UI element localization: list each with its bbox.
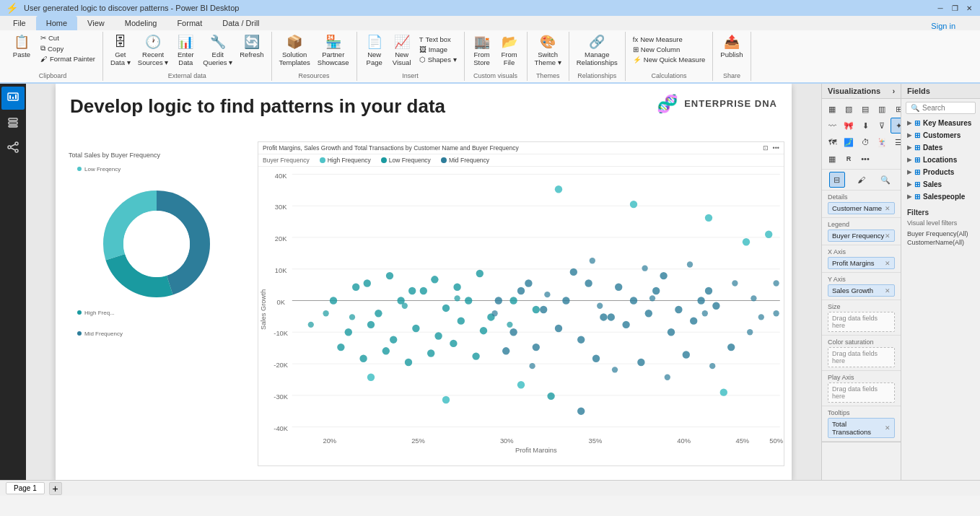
bottom-bar: Page 1 + (0, 480, 980, 496)
viz-clustered-bar[interactable]: ▧ (841, 101, 857, 117)
recent-sources-button[interactable]: 🕐RecentSources ▾ (135, 33, 172, 68)
size-drag-area[interactable]: Drag data fields here (828, 312, 895, 332)
format-painter-button[interactable]: 🖌Format Painter (38, 54, 98, 64)
nav-model-button[interactable] (1, 136, 25, 159)
fields-panel: Fields 🔍 ▶ ⊞ Key Measures ▶ ⊞ Customers (901, 84, 980, 480)
tab-data-drill[interactable]: Data / Drill (212, 16, 269, 30)
total-transactions-remove[interactable]: ✕ (885, 424, 891, 432)
scatter-expand-button[interactable]: ⊡ (763, 144, 769, 152)
viz-clustered-col[interactable]: ▥ (874, 101, 890, 117)
viz-scatter[interactable]: ✦ (891, 118, 901, 134)
close-button[interactable]: ✕ (964, 3, 974, 13)
publish-button[interactable]: 📤Publish (717, 33, 745, 60)
restore-button[interactable]: ❐ (950, 3, 960, 13)
chevron-icon: ▶ (907, 132, 911, 139)
tab-home[interactable]: Home (36, 16, 77, 30)
svg-text:-30K: -30K (274, 393, 289, 401)
nav-report-button[interactable] (1, 87, 25, 110)
viz-gauge[interactable]: ⏱ (857, 134, 873, 150)
svg-point-8 (15, 142, 18, 145)
customer-name-remove[interactable]: ✕ (885, 205, 891, 212)
solution-templates-button[interactable]: 📦SolutionTemplates (276, 33, 313, 68)
copy-button[interactable]: ⧉Copy (38, 43, 98, 53)
field-group-header-customers[interactable]: ▶ ⊞ Customers (901, 130, 980, 141)
new-page-button[interactable]: 📄NewPage (362, 33, 388, 68)
viz-ribbon[interactable]: 🎀 (841, 118, 857, 134)
viz-matrix[interactable]: ▦ (824, 151, 840, 167)
field-group: ▶ ⊞ Dates (901, 141, 980, 154)
sign-in-button[interactable]: Sign in (931, 22, 977, 30)
field-group-header-locations[interactable]: ▶ ⊞ Locations (901, 154, 980, 165)
sales-growth-remove[interactable]: ✕ (885, 287, 891, 294)
legend-mid-dot (441, 157, 447, 163)
viz-r-visual[interactable]: R (841, 151, 857, 167)
switch-theme-button[interactable]: 🎨SwitchTheme ▾ (532, 33, 564, 68)
low-freq-label: Low Freqency (84, 166, 121, 172)
fields-search-container: 🔍 (906, 102, 976, 114)
svg-point-98 (359, 354, 367, 362)
color-sat-drag-area[interactable]: Drag data fields here (828, 347, 895, 367)
get-data-button[interactable]: 🗄GetData ▾ (108, 33, 134, 68)
viz-stacked-bar-100[interactable]: ▤ (857, 101, 873, 117)
nav-data-button[interactable] (1, 111, 25, 134)
tab-file[interactable]: File (3, 16, 36, 30)
viz-fields-tool[interactable]: ⊟ (829, 172, 845, 188)
scatter-title: Profit Margins, Sales Growth and Total T… (263, 144, 519, 152)
svg-point-125 (732, 280, 738, 286)
scatter-more-button[interactable]: ••• (773, 144, 779, 152)
add-page-button[interactable]: + (49, 482, 62, 495)
resources-label: Resources (299, 71, 330, 79)
shapes-button[interactable]: ⬡Shapes ▾ (416, 55, 460, 64)
viz-format-tool[interactable]: 🖌 (853, 172, 869, 188)
viz-stacked-col[interactable]: ⊞ (891, 101, 901, 117)
enter-data-button[interactable]: 📊EnterData (172, 33, 198, 68)
field-group: ▶ ⊞ Customers (901, 129, 980, 141)
edit-queries-button[interactable]: 🔧EditQueries ▾ (200, 33, 235, 68)
field-group-header-salespeople[interactable]: ▶ ⊞ Salespeople (901, 191, 980, 202)
field-group: ▶ ⊞ Salespeople (901, 191, 980, 203)
image-button[interactable]: 🖼Image (416, 45, 460, 54)
text-box-button[interactable]: TText box (416, 35, 460, 44)
svg-point-87 (412, 324, 419, 331)
new-measure-button[interactable]: fxNew Measure (630, 35, 686, 44)
from-file-button[interactable]: 📂FromFile (496, 33, 522, 68)
from-store-button[interactable]: 🏬FromStore (469, 33, 495, 68)
partner-showcase-button[interactable]: 🏪PartnerShowcase (315, 33, 352, 68)
tab-modeling[interactable]: Modeling (115, 16, 167, 30)
viz-map[interactable]: 🗺 (824, 134, 840, 150)
manage-relationships-button[interactable]: 🔗ManageRelationships (574, 33, 621, 68)
new-quick-measure-button[interactable]: ⚡New Quick Measure (630, 55, 709, 64)
profit-margins-remove[interactable]: ✕ (885, 260, 891, 267)
viz-line-stacked[interactable]: 〰 (824, 118, 840, 134)
buyer-freq-remove[interactable]: ✕ (885, 232, 891, 240)
viz-panel-expand[interactable]: › (893, 87, 895, 95)
field-group-header-products[interactable]: ▶ ⊞ Products (901, 167, 980, 178)
viz-filled-map[interactable]: 🗾 (841, 134, 857, 150)
viz-card[interactable]: 🃏 (874, 134, 890, 150)
viz-more[interactable]: ••• (857, 151, 873, 167)
field-group-header-dates[interactable]: ▶ ⊞ Dates (901, 142, 980, 153)
new-visual-button[interactable]: 📈NewVisual (389, 33, 415, 68)
field-group-header-sales[interactable]: ▶ ⊞ Sales (901, 179, 980, 190)
field-group-header-key-measures[interactable]: ▶ ⊞ Key Measures (901, 118, 980, 128)
field-group: ▶ ⊞ Sales (901, 178, 980, 191)
refresh-button[interactable]: 🔄Refresh (237, 33, 266, 60)
new-column-button[interactable]: ⊞New Column (630, 45, 683, 54)
play-axis-drag-area[interactable]: Drag data fields here (828, 382, 895, 403)
tab-format[interactable]: Format (167, 16, 212, 30)
fields-panel-header: Fields (901, 84, 980, 99)
minimize-button[interactable]: ─ (935, 3, 945, 13)
paste-button[interactable]: 📋 Paste (7, 33, 36, 64)
cut-button[interactable]: ✂Cut (38, 33, 98, 43)
svg-point-54 (509, 328, 517, 336)
viz-analytics-tool[interactable]: 🔍 (878, 172, 893, 188)
tab-view[interactable]: View (77, 16, 115, 30)
fields-search-input[interactable] (922, 104, 980, 112)
page-1-tab[interactable]: Page 1 (6, 482, 45, 494)
viz-stacked-bar[interactable]: ▦ (824, 101, 840, 117)
tooltips-label: Tooltips (828, 409, 895, 416)
svg-point-128 (665, 374, 670, 380)
viz-multirow-card[interactable]: ☰ (891, 134, 901, 150)
viz-funnel[interactable]: ⊽ (874, 118, 890, 134)
viz-waterfall[interactable]: ⬇ (857, 118, 873, 134)
